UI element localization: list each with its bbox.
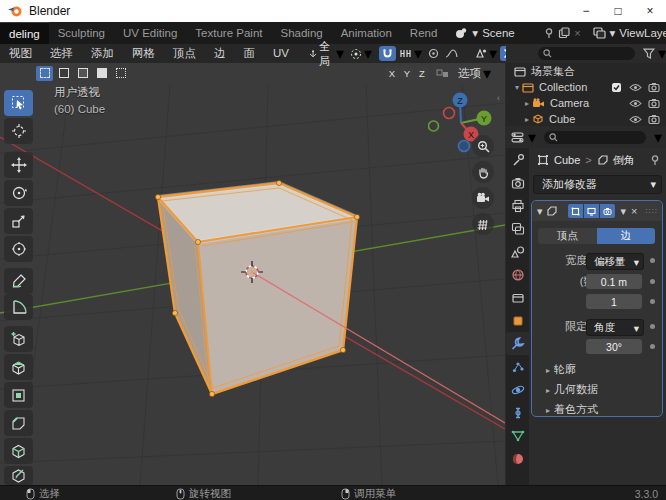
menu-edge[interactable]: 边 — [205, 44, 235, 63]
tool-transform[interactable] — [4, 236, 33, 262]
modifier-render-toggle[interactable] — [600, 204, 615, 218]
zoom-view-button[interactable] — [472, 135, 494, 157]
cube-object[interactable] — [155, 180, 359, 396]
affect-edges-tab[interactable]: 边 — [597, 228, 656, 244]
unlink-scene-icon[interactable]: × — [574, 27, 580, 39]
outliner-search-input[interactable] — [538, 47, 635, 60]
mirror-x-button[interactable]: X — [385, 66, 399, 80]
tab-scene-properties[interactable] — [506, 240, 529, 263]
view-layer-selector[interactable]: ▾ ViewLayer × — [589, 22, 666, 44]
animate-dot[interactable] — [650, 258, 655, 263]
workspace-tab-texture-paint[interactable]: Texture Paint — [186, 22, 271, 44]
workspace-tab-render[interactable]: Rend — [401, 22, 447, 44]
scene-selector[interactable]: ▾ Scene × — [450, 22, 584, 44]
chevron-down-icon[interactable]: ▾ — [528, 128, 536, 147]
tab-physics-properties[interactable] — [506, 378, 529, 401]
select-mode-extend[interactable] — [55, 66, 72, 81]
menu-uv[interactable]: UV — [264, 44, 298, 63]
filter-icon[interactable] — [643, 48, 655, 59]
tool-annotate[interactable] — [4, 268, 33, 294]
limit-method-dropdown[interactable]: 角度▾ — [586, 319, 644, 336]
affect-vertices-tab[interactable]: 顶点 — [538, 228, 597, 244]
show-gizmo-dropdown[interactable]: ▾ — [471, 46, 500, 61]
camera-visibility-icon[interactable] — [648, 114, 660, 124]
select-mode-set[interactable] — [36, 66, 53, 81]
tab-particle-properties[interactable] — [506, 355, 529, 378]
collapse-arrow-icon[interactable]: ▸ — [522, 99, 532, 108]
drag-handle-icon[interactable]: ∷∷ — [646, 207, 658, 216]
tool-extrude-region[interactable] — [4, 354, 33, 380]
tab-tool-properties[interactable] — [506, 148, 529, 171]
tool-select-box[interactable] — [4, 90, 33, 116]
tool-measure[interactable] — [4, 294, 33, 320]
outliner-row-camera[interactable]: ▸ Camera — [506, 95, 666, 111]
select-mode-subtract[interactable] — [74, 66, 91, 81]
mirror-z-button[interactable]: Z — [415, 66, 429, 80]
select-mode-intersect[interactable] — [112, 66, 129, 81]
tab-material-properties[interactable] — [506, 447, 529, 470]
sidebar-collapse-icon[interactable]: ‹ — [497, 93, 500, 103]
tab-modifier-properties[interactable] — [506, 332, 529, 355]
collapse-arrow-icon[interactable]: ▸ — [522, 115, 532, 124]
tab-view-layer-properties[interactable] — [506, 217, 529, 240]
snap-base-icon[interactable] — [436, 67, 450, 79]
expand-arrow-icon[interactable]: ▾ — [512, 83, 522, 92]
section-shading[interactable]: ▸着色方式 — [546, 402, 598, 417]
gizmo-y-negative[interactable] — [429, 121, 439, 131]
toggle-orthographic-button[interactable] — [472, 213, 494, 235]
snap-target-dropdown[interactable]: ▾ — [396, 46, 425, 61]
menu-vertex[interactable]: 顶点 — [164, 44, 205, 63]
close-button[interactable]: × — [634, 0, 666, 22]
width-type-dropdown[interactable]: 偏移量▾ — [586, 253, 644, 270]
snap-toggle-button[interactable] — [379, 46, 396, 61]
tool-knife[interactable] — [4, 466, 33, 485]
camera-visibility-icon[interactable] — [648, 82, 660, 92]
outliner-row-cube[interactable]: ▸ Cube — [506, 111, 666, 126]
pan-view-button[interactable] — [472, 161, 494, 183]
menu-select[interactable]: 选择 — [41, 44, 82, 63]
minimize-button[interactable]: − — [570, 0, 602, 22]
tab-output-properties[interactable] — [506, 194, 529, 217]
tool-loop-cut[interactable] — [4, 438, 33, 464]
menu-mesh[interactable]: 网格 — [123, 44, 164, 63]
proportional-falloff-dropdown[interactable] — [442, 46, 461, 61]
outliner-row-scene-collection[interactable]: 场景集合 — [506, 63, 666, 79]
angle-field[interactable]: 30° — [586, 339, 642, 354]
tool-rotate[interactable] — [4, 180, 33, 206]
menu-view[interactable]: 视图 — [0, 44, 41, 63]
tab-render-properties[interactable] — [506, 171, 529, 194]
tool-add-cube[interactable] — [4, 326, 33, 352]
add-modifier-dropdown[interactable]: 添加修改器 ▾ — [533, 175, 662, 194]
workspace-tab-uv-editing[interactable]: UV Editing — [114, 22, 186, 44]
outliner-row-collection[interactable]: ▾ Collection — [506, 79, 666, 95]
breadcrumb-object[interactable]: Cube — [554, 154, 580, 166]
workspace-tab-animation[interactable]: Animation — [332, 22, 401, 44]
animate-dot[interactable] — [650, 279, 655, 284]
tool-bevel[interactable] — [4, 410, 33, 436]
segments-field[interactable]: 1 — [586, 294, 642, 309]
eye-icon[interactable] — [629, 115, 642, 124]
proportional-editing-toggle[interactable] — [425, 46, 442, 61]
menu-face[interactable]: 面 — [235, 44, 265, 63]
animate-dot[interactable] — [650, 344, 655, 349]
gizmo-x-negative[interactable] — [444, 108, 455, 119]
pin-icon[interactable] — [544, 28, 554, 39]
new-scene-icon[interactable] — [558, 27, 570, 39]
options-dropdown[interactable]: 选项 — [458, 66, 481, 81]
menu-add[interactable]: 添加 — [82, 44, 123, 63]
tool-move[interactable] — [4, 152, 33, 178]
workspace-tab-sculpting[interactable]: Sculpting — [49, 22, 114, 44]
mirror-y-button[interactable]: Y — [400, 66, 414, 80]
camera-view-button[interactable] — [472, 187, 494, 209]
amount-field[interactable]: 0.1 m — [586, 274, 642, 289]
tab-constraint-properties[interactable] — [506, 401, 529, 424]
properties-search-input[interactable] — [544, 131, 646, 144]
tab-collection-properties[interactable] — [506, 286, 529, 309]
maximize-button[interactable]: □ — [602, 0, 634, 22]
delete-modifier-icon[interactable]: × — [631, 205, 637, 217]
modifier-realtime-toggle[interactable] — [584, 204, 599, 218]
chevron-down-icon[interactable]: ▾ — [654, 128, 662, 147]
pin-icon[interactable] — [650, 155, 660, 166]
tool-scale[interactable] — [4, 208, 33, 234]
modifier-edit-mode-toggle[interactable] — [568, 204, 583, 218]
